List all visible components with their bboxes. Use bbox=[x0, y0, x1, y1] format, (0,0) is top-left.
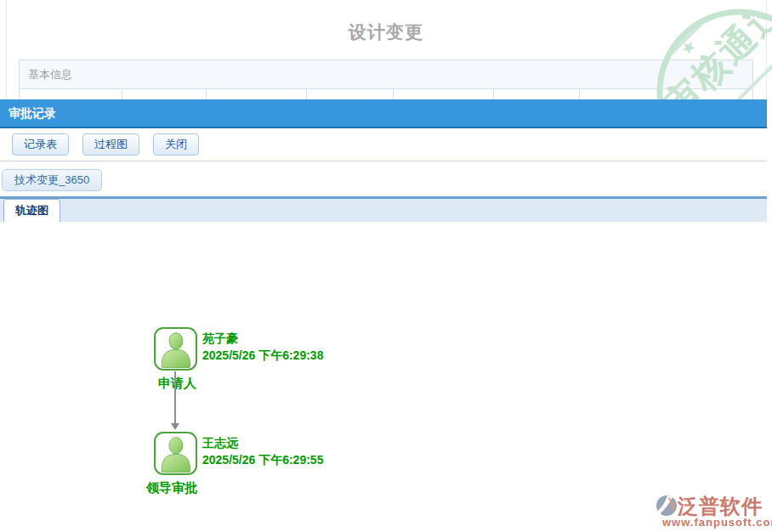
dialog-toolbar: 记录表 过程图 关闭 bbox=[0, 128, 767, 161]
flow-node-leader-info: 王志远 2025/5/26 下午6:29:55 bbox=[202, 434, 323, 468]
record-table-button[interactable]: 记录表 bbox=[12, 133, 69, 156]
view-tab-strip: 轨迹图 bbox=[0, 196, 767, 222]
screen: 设计变更 基本信息 审核通过 bbox=[0, 0, 772, 532]
record-tab-row: 技术变更_3650 bbox=[0, 161, 767, 196]
brand-url: www.fanpusoft.com bbox=[662, 516, 772, 529]
approver-name: 王志远 bbox=[202, 434, 323, 451]
page-title: 设计变更 bbox=[0, 20, 772, 44]
form-cell bbox=[122, 89, 207, 99]
tab-trajectory-diagram[interactable]: 轨迹图 bbox=[3, 199, 60, 222]
base-page: 设计变更 基本信息 bbox=[0, 0, 772, 99]
trajectory-diagram-canvas: 苑子豪 2025/5/26 下午6:29:38 申请人 王志远 2025/5/2… bbox=[0, 222, 767, 532]
page-right-border bbox=[766, 0, 767, 99]
basic-info-label: 基本信息 bbox=[20, 67, 72, 82]
flow-node-leader-role: 领导审批 bbox=[146, 480, 197, 496]
person-icon bbox=[156, 435, 195, 473]
form-table-row bbox=[19, 89, 753, 99]
flow-node-applicant-info: 苑子豪 2025/5/26 下午6:29:38 bbox=[202, 330, 323, 364]
form-cell bbox=[580, 89, 661, 99]
approval-time: 2025/5/26 下午6:29:38 bbox=[202, 347, 323, 364]
flow-node-applicant-avatar bbox=[154, 327, 197, 371]
page-left-border bbox=[6, 0, 7, 99]
basic-info-section-header: 基本信息 bbox=[19, 59, 753, 89]
flow-node-leader-avatar bbox=[154, 432, 197, 475]
person-icon bbox=[156, 331, 195, 369]
dialog-title-bar: 审批记录 bbox=[0, 99, 767, 128]
approver-name: 苑子豪 bbox=[202, 330, 323, 347]
dialog-title: 审批记录 bbox=[9, 106, 56, 120]
form-cell bbox=[20, 89, 122, 99]
form-cell bbox=[394, 89, 494, 99]
form-cell bbox=[207, 89, 307, 99]
flow-connector-line bbox=[174, 371, 176, 423]
form-cell bbox=[661, 89, 752, 99]
process-diagram-button[interactable]: 过程图 bbox=[82, 133, 139, 156]
approval-records-dialog: 审批记录 记录表 过程图 关闭 技术变更_3650 轨迹图 bbox=[0, 99, 767, 532]
form-cell bbox=[494, 89, 581, 99]
flow-arrow-icon bbox=[171, 423, 179, 430]
close-button[interactable]: 关闭 bbox=[153, 133, 199, 156]
record-tab-tech-change[interactable]: 技术变更_3650 bbox=[2, 169, 102, 191]
flow-node-applicant-role: 申请人 bbox=[158, 376, 196, 392]
approval-time: 2025/5/26 下午6:29:55 bbox=[202, 451, 323, 468]
form-cell bbox=[307, 89, 394, 99]
